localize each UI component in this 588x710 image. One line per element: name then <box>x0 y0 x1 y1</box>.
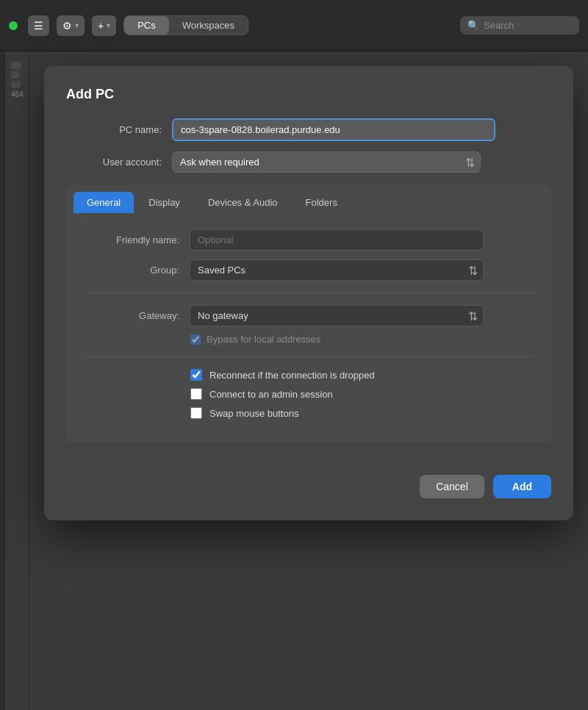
tab-display[interactable]: Display <box>135 192 193 213</box>
bypass-checkbox[interactable] <box>190 334 201 345</box>
gateway-row: Gateway: No gateway ⇅ <box>84 305 534 326</box>
cancel-button[interactable]: Cancel <box>420 475 484 498</box>
add-button[interactable]: + ▾ <box>92 15 116 36</box>
tab-folders[interactable]: Folders <box>293 192 351 213</box>
dialog-footer: Cancel Add <box>66 463 551 498</box>
user-account-select[interactable]: Ask when required <box>172 151 481 173</box>
divider-2 <box>84 356 534 357</box>
admin-session-checkbox[interactable] <box>190 388 202 400</box>
settings-button[interactable]: ⚙ ▾ <box>57 15 85 36</box>
tabs-panel: General Display Devices & Audio Folders … <box>66 184 551 442</box>
dialog-overlay: Add PC PC name: User account: Ask when r… <box>29 51 588 710</box>
admin-session-row: Connect to an admin session <box>84 388 534 400</box>
sidebar <box>0 51 5 710</box>
thumb-bar <box>11 62 21 69</box>
friendly-name-row: Friendly name: <box>84 229 534 251</box>
traffic-lights <box>9 21 18 30</box>
bypass-label: Bypass for local addresses <box>207 334 320 345</box>
add-button[interactable]: Add <box>493 475 551 498</box>
swap-mouse-row: Swap mouse buttons <box>84 407 534 419</box>
thumb-label: 464 <box>11 90 23 98</box>
pc-name-label: PC name: <box>66 124 162 135</box>
tab-general[interactable]: General <box>74 192 134 213</box>
user-account-label: User account: <box>66 157 162 168</box>
user-account-row: User account: Ask when required ⇅ <box>66 151 551 173</box>
tabs-content: Friendly name: Group: Saved PCs ⇅ <box>66 213 551 442</box>
user-account-wrapper: Ask when required ⇅ <box>172 151 481 173</box>
thumb-bar <box>11 81 21 88</box>
list-item: 464 <box>5 57 29 103</box>
friendly-name-input[interactable] <box>190 229 484 251</box>
friendly-name-label: Friendly name: <box>84 234 179 245</box>
gateway-select-wrapper: No gateway ⇅ <box>190 305 484 326</box>
workspaces-tab[interactable]: Workspaces <box>169 16 248 35</box>
main-area: 464 Add PC PC name: User account: Ask wh… <box>0 51 588 710</box>
gateway-select[interactable]: No gateway <box>190 305 484 326</box>
pc-name-row: PC name: <box>66 118 551 141</box>
segmented-control: PCs Workspaces <box>123 15 248 35</box>
reconnect-checkbox[interactable] <box>190 369 202 381</box>
settings-icon: ⚙ <box>62 20 72 32</box>
add-icon: + <box>98 20 104 32</box>
add-pc-dialog: Add PC PC name: User account: Ask when r… <box>44 66 573 520</box>
group-select[interactable]: Saved PCs <box>190 259 484 281</box>
tab-devices-audio[interactable]: Devices & Audio <box>195 192 291 213</box>
group-row: Group: Saved PCs ⇅ <box>84 259 534 281</box>
admin-session-label: Connect to an admin session <box>209 389 333 400</box>
pc-name-input[interactable] <box>172 118 495 141</box>
swap-mouse-label: Swap mouse buttons <box>209 408 298 419</box>
dialog-title: Add PC <box>66 87 551 102</box>
thumb-bar <box>11 71 19 79</box>
add-chevron: ▾ <box>107 21 110 29</box>
menu-button[interactable]: ☰ <box>28 15 49 36</box>
divider-1 <box>84 293 534 293</box>
gateway-label: Gateway: <box>84 310 179 321</box>
reconnect-row: Reconnect if the connection is dropped <box>84 369 534 381</box>
green-traffic-light[interactable] <box>9 21 18 30</box>
pcs-tab[interactable]: PCs <box>124 16 169 35</box>
reconnect-label: Reconnect if the connection is dropped <box>209 370 375 381</box>
search-icon: 🔍 <box>467 20 479 31</box>
tabs-header: General Display Devices & Audio Folders <box>66 184 551 213</box>
settings-chevron: ▾ <box>75 21 79 29</box>
titlebar: ☰ ⚙ ▾ + ▾ PCs Workspaces 🔍 <box>0 0 588 51</box>
bypass-row: Bypass for local addresses <box>84 334 534 345</box>
search-input[interactable] <box>484 20 572 31</box>
swap-mouse-checkbox[interactable] <box>190 407 202 419</box>
content-list: 464 <box>5 51 29 710</box>
search-box: 🔍 <box>460 16 579 35</box>
group-label: Group: <box>84 265 179 276</box>
group-select-wrapper: Saved PCs ⇅ <box>190 259 484 281</box>
menu-icon: ☰ <box>34 20 43 32</box>
